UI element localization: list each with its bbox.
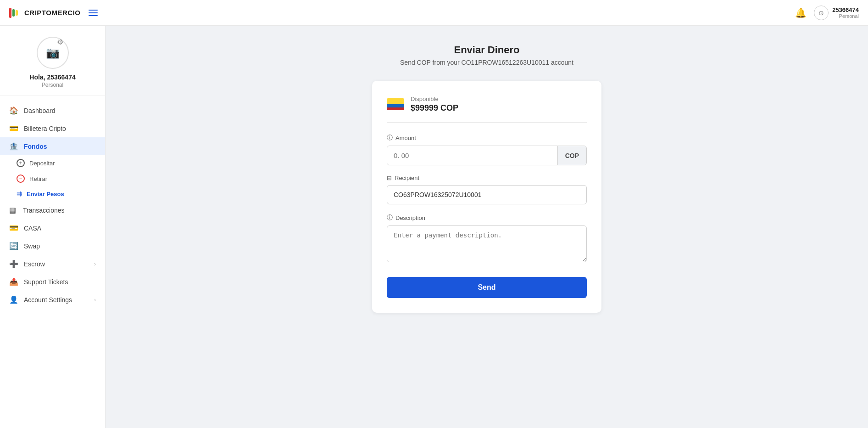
amount-input-wrapper: COP — [387, 146, 587, 165]
account-icon: 👤 — [9, 295, 18, 304]
recipient-input[interactable] — [387, 185, 587, 204]
sidebar-item-billetera[interactable]: 💳 Billetera Cripto — [0, 119, 105, 137]
recipient-label: ⊟ Recipient — [387, 175, 587, 181]
sidebar-item-enviar-pesos[interactable]: ⇉ Enviar Pesos — [0, 186, 105, 201]
casa-icon: 💳 — [9, 224, 18, 232]
enviar-pesos-icon: ⇉ — [17, 190, 22, 197]
sidebar-item-fondos[interactable]: 🏦 Fondos — [0, 137, 105, 155]
fondos-icon: 🏦 — [9, 142, 18, 151]
casa-label: CASA — [24, 225, 96, 232]
sidebar-item-escrow[interactable]: ➕ Escrow › — [0, 255, 105, 273]
amount-group: ⓘ Amount COP — [387, 134, 587, 165]
balance-label: Disponible — [411, 96, 458, 102]
profile-avatar: 📷 ⚙ — [37, 37, 69, 69]
sidebar-item-swap[interactable]: 🔄 Swap — [0, 237, 105, 255]
sidebar-item-account-settings[interactable]: 👤 Account Settings › — [0, 291, 105, 309]
retirar-icon: − — [17, 175, 25, 183]
description-group: ⓘ Description — [387, 214, 587, 264]
notification-bell-icon[interactable]: 🔔 — [795, 7, 807, 18]
sidebar-item-support[interactable]: 📥 Support Tickets — [0, 273, 105, 291]
depositar-label: Depositar — [29, 160, 55, 167]
user-avatar: ⊙ — [814, 6, 829, 20]
user-id: 25366474 — [832, 6, 859, 13]
support-label: Support Tickets — [24, 278, 96, 286]
description-icon: ⓘ — [387, 214, 393, 222]
sidebar-item-retirar[interactable]: − Retirar — [0, 171, 105, 186]
retirar-label: Retirar — [29, 175, 47, 182]
sidebar-fondos-label: Fondos — [24, 143, 96, 150]
currency-badge: COP — [557, 146, 586, 165]
sidebar: 📷 ⚙ Hola, 25366474 Personal 🏠 Dashboard … — [0, 26, 106, 428]
sidebar-item-transacciones[interactable]: ▦ Transacciones — [0, 201, 105, 219]
send-button[interactable]: Send — [387, 277, 587, 298]
user-info: 25366474 Personal — [832, 6, 859, 19]
account-arrow-icon: › — [94, 297, 96, 303]
balance-info: Disponible $99999 COP — [411, 96, 458, 113]
sidebar-billetera-label: Billetera Cripto — [24, 125, 96, 132]
top-header: CRIPTOMERCIO 🔔 ⊙ 25366474 Personal — [0, 0, 868, 26]
sidebar-dashboard-label: Dashboard — [24, 107, 96, 114]
description-textarea[interactable] — [387, 225, 587, 262]
profile-type: Personal — [42, 82, 63, 88]
sidebar-profile: 📷 ⚙ Hola, 25366474 Personal — [0, 26, 105, 96]
escrow-arrow-icon: › — [94, 261, 96, 267]
billetera-icon: 💳 — [9, 124, 18, 133]
profile-gear-icon[interactable]: ⚙ — [57, 38, 63, 46]
logo-icon — [9, 8, 18, 18]
hamburger-menu[interactable] — [87, 8, 100, 18]
user-area[interactable]: ⊙ 25366474 Personal — [814, 6, 859, 20]
swap-label: Swap — [24, 242, 96, 250]
escrow-label: Escrow — [24, 260, 89, 268]
sidebar-item-dashboard[interactable]: 🏠 Dashboard — [0, 101, 105, 119]
profile-name: Hola, 25366474 — [29, 73, 75, 81]
header-left: CRIPTOMERCIO — [9, 8, 100, 18]
sidebar-item-casa[interactable]: 💳 CASA — [0, 219, 105, 237]
send-money-form-card: Disponible $99999 COP ⓘ Amount COP ⊟ — [372, 81, 601, 313]
escrow-icon: ➕ — [9, 259, 18, 268]
amount-label: ⓘ Amount — [387, 134, 587, 142]
swap-icon: 🔄 — [9, 242, 18, 250]
main-content: Enviar Dinero Send COP from your CO11PRO… — [106, 26, 868, 428]
transacciones-icon: ▦ — [9, 206, 17, 214]
recipient-icon: ⊟ — [387, 175, 392, 181]
sidebar-item-depositar[interactable]: + Depositar — [0, 155, 105, 171]
transacciones-label: Transacciones — [23, 207, 96, 214]
enviar-pesos-label: Enviar Pesos — [27, 191, 64, 197]
description-label: ⓘ Description — [387, 214, 587, 222]
sidebar-nav: 🏠 Dashboard 💳 Billetera Cripto 🏦 Fondos … — [0, 96, 105, 314]
page-title: Enviar Dinero — [454, 44, 519, 56]
balance-section: Disponible $99999 COP — [387, 96, 587, 123]
page-subtitle: Send COP from your CO11PROW16512263U1001… — [400, 59, 573, 66]
app-body: 📷 ⚙ Hola, 25366474 Personal 🏠 Dashboard … — [0, 26, 868, 428]
balance-amount: $99999 COP — [411, 103, 458, 113]
app-title: CRIPTOMERCIO — [24, 9, 80, 17]
colombia-flag — [387, 98, 404, 110]
user-type: Personal — [839, 13, 859, 19]
amount-input[interactable] — [387, 146, 557, 165]
dashboard-icon: 🏠 — [9, 106, 18, 115]
amount-info-icon: ⓘ — [387, 134, 393, 142]
recipient-group: ⊟ Recipient — [387, 175, 587, 204]
account-label: Account Settings — [24, 296, 89, 304]
depositar-icon: + — [17, 159, 25, 167]
support-icon: 📥 — [9, 277, 18, 286]
header-right: 🔔 ⊙ 25366474 Personal — [795, 6, 859, 20]
